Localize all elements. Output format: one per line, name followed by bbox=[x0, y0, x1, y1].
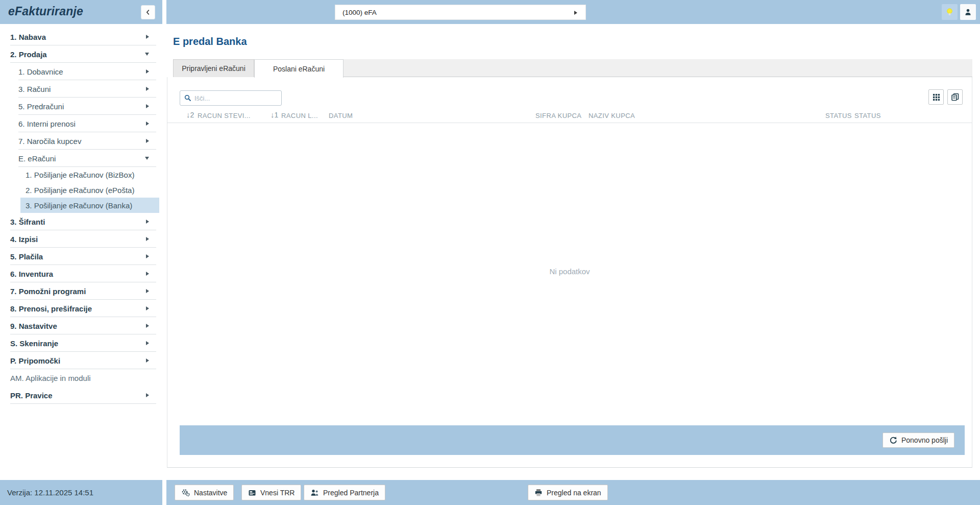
sidebar-item-nastavitve[interactable]: 9. Nastavitve bbox=[0, 317, 162, 334]
sidebar-item-skeniranje[interactable]: S. Skeniranje bbox=[0, 334, 162, 352]
enter-trr-button[interactable]: Vnesi TRR bbox=[241, 485, 301, 500]
sidebar-item-placila[interactable]: 5. Plačila bbox=[0, 248, 162, 265]
user-account-button[interactable] bbox=[960, 4, 976, 20]
tab-strip-lead bbox=[167, 59, 173, 77]
tab-poslani-eracuni[interactable]: Poslani eRačuni bbox=[254, 59, 344, 78]
chevron-right-icon bbox=[146, 341, 149, 345]
sidebar-collapse-button[interactable] bbox=[141, 5, 155, 19]
sidebar-item-pripomocki[interactable]: P. Pripomočki bbox=[0, 352, 162, 369]
sidebar-item-inventura[interactable]: 6. Inventura bbox=[0, 265, 162, 282]
layout-divider bbox=[162, 0, 166, 505]
company-selector-dropdown[interactable]: (1000) eFA bbox=[335, 5, 586, 20]
sidebar-item-aplikacije-moduli[interactable]: AM. Aplikacije in moduli bbox=[0, 369, 162, 387]
sidebar-item-label: 1. Pošiljanje eRačunov (BizBox) bbox=[26, 171, 159, 179]
tab-label: Poslani eRačuni bbox=[273, 65, 325, 73]
sidebar-item-label: 8. Prenosi, prešifracije bbox=[10, 304, 146, 313]
app-logo: eFakturiranje bbox=[8, 5, 83, 18]
export-copy-button[interactable] bbox=[947, 89, 963, 105]
app-window: eFakturiranje (1000) eFA bbox=[0, 0, 980, 505]
column-chooser-button[interactable] bbox=[928, 89, 944, 105]
column-header-naziv-kupca[interactable]: NAZIV KUPCA bbox=[589, 112, 635, 119]
column-header-racun-stevilka[interactable]: RACUN STEVI... bbox=[198, 112, 251, 119]
chevron-right-icon bbox=[146, 87, 149, 91]
sidebar-item-label: 6. Inventura bbox=[10, 270, 146, 278]
column-header-datum[interactable]: DATUM bbox=[329, 112, 353, 119]
sidebar-item-posiljanje-bizbox[interactable]: 1. Pošiljanje eRačunov (BizBox) bbox=[20, 167, 159, 182]
chevron-right-icon bbox=[146, 289, 149, 293]
column-header-sifra-kupca[interactable]: SIFRA KUPCA bbox=[535, 112, 581, 119]
copy-pages-icon bbox=[951, 93, 959, 101]
gears-icon bbox=[181, 488, 190, 497]
sidebar-item-nabava[interactable]: 1. Nabava bbox=[0, 28, 162, 45]
sidebar-item-izpisi[interactable]: 4. Izpisi bbox=[0, 230, 162, 248]
page-title: E predal Banka bbox=[173, 36, 247, 47]
sidebar-item-predracuni[interactable]: 5. Predračuni bbox=[0, 98, 162, 115]
chevron-right-icon bbox=[146, 139, 149, 143]
partner-overview-button-label: Pregled Partnerja bbox=[323, 489, 379, 497]
sidebar-item-label: S. Skeniranje bbox=[10, 339, 146, 348]
column-header-racun-leto[interactable]: RACUN L... bbox=[281, 112, 318, 119]
topbar-main-section: (1000) eFA bbox=[166, 0, 980, 24]
sidebar-item-label: 7. Naročila kupcev bbox=[18, 137, 146, 146]
sidebar-item-label: 7. Pomožni programi bbox=[10, 287, 146, 296]
company-selector-value: (1000) eFA bbox=[342, 9, 377, 16]
sidebar-item-racuni[interactable]: 3. Računi bbox=[0, 80, 162, 98]
grid-empty-message: Ni podatkov bbox=[167, 267, 972, 276]
sidebar-navigation: 1. Nabava 2. Prodaja 1. Dobavnice 3. Rač… bbox=[0, 24, 162, 480]
settings-button[interactable]: Nastavitve bbox=[175, 485, 234, 500]
chevron-right-icon bbox=[146, 104, 149, 108]
resend-button[interactable]: Ponovno pošlji bbox=[883, 432, 954, 448]
sidebar-item-posiljanje-banka[interactable]: 3. Pošiljanje eRačunov (Banka) bbox=[20, 198, 159, 213]
sidebar-item-label: 1. Nabava bbox=[10, 33, 146, 41]
sidebar-item-label: P. Pripomočki bbox=[10, 356, 146, 365]
chevron-left-icon bbox=[144, 9, 152, 16]
sidebar-item-narocila-kupcev[interactable]: 7. Naročila kupcev bbox=[0, 132, 162, 150]
sidebar-item-interni-prenosi[interactable]: 6. Interni prenosi bbox=[0, 115, 162, 132]
sidebar-item-pomozni-programi[interactable]: 7. Pomožni programi bbox=[0, 282, 162, 300]
sidebar-item-label: 5. Predračuni bbox=[18, 102, 146, 111]
grid-toolbar bbox=[928, 89, 963, 105]
search-input[interactable] bbox=[194, 94, 276, 102]
grid-footer-bar: Ponovno pošlji bbox=[180, 425, 965, 455]
sidebar-item-posiljanje-eposta[interactable]: 2. Pošiljanje eRačunov (ePošta) bbox=[20, 182, 159, 198]
sidebar-item-label: 1. Dobavnice bbox=[18, 67, 146, 76]
sidebar-item-prenosi-presifracije[interactable]: 8. Prenosi, prešifracije bbox=[0, 300, 162, 317]
enter-trr-button-label: Vnesi TRR bbox=[260, 489, 295, 497]
sidebar-item-pravice[interactable]: PR. Pravice bbox=[0, 387, 162, 404]
chevron-right-icon bbox=[146, 272, 149, 276]
version-label: Verzija: 12.11.2025 14:51 bbox=[7, 488, 93, 497]
sidebar-item-label: 5. Plačila bbox=[10, 252, 146, 261]
grid-icon bbox=[933, 93, 940, 101]
sidebar-item-label: PR. Pravice bbox=[10, 391, 146, 400]
chevron-down-icon bbox=[145, 53, 149, 56]
sidebar-item-label: 9. Nastavitve bbox=[10, 322, 146, 330]
chevron-right-icon bbox=[146, 306, 149, 310]
chevron-right-icon bbox=[146, 324, 149, 328]
chevron-right-icon bbox=[146, 393, 149, 397]
tab-pripravljeni-eracuni[interactable]: Pripravljeni eRačuni bbox=[173, 59, 254, 77]
sidebar-item-dobavnice[interactable]: 1. Dobavnice bbox=[0, 63, 162, 80]
lightbulb-icon bbox=[945, 8, 954, 16]
screen-preview-button-label: Pregled na ekran bbox=[547, 489, 601, 497]
sidebar-item-label: 6. Interni prenosi bbox=[18, 119, 146, 128]
resend-button-label: Ponovno pošlji bbox=[901, 436, 948, 444]
hint-button[interactable] bbox=[942, 4, 958, 20]
chevron-right-icon bbox=[146, 254, 149, 258]
sidebar-item-eracuni[interactable]: E. eRačuni bbox=[0, 150, 162, 167]
column-header-status-1[interactable]: STATUS bbox=[825, 112, 852, 119]
sidebar-item-prodaja[interactable]: 2. Prodaja bbox=[0, 45, 162, 63]
sidebar-item-sifranti[interactable]: 3. Šifranti bbox=[0, 213, 162, 230]
person-icon bbox=[964, 8, 972, 16]
topbar-sidebar-section: eFakturiranje bbox=[0, 0, 162, 24]
version-bar: Verzija: 12.11.2025 14:51 bbox=[0, 480, 162, 505]
search-icon bbox=[184, 94, 191, 102]
partner-overview-button[interactable]: Pregled Partnerja bbox=[304, 485, 385, 500]
column-header-status-2[interactable]: STATUS bbox=[854, 112, 881, 119]
triangle-right-icon bbox=[574, 11, 577, 15]
chevron-right-icon bbox=[146, 35, 149, 39]
sidebar-item-label: AM. Aplikacije in moduli bbox=[10, 374, 162, 382]
refresh-icon bbox=[889, 436, 897, 444]
screen-preview-button[interactable]: Pregled na ekran bbox=[528, 485, 608, 500]
chevron-down-icon bbox=[145, 157, 149, 160]
card-icon bbox=[248, 489, 256, 497]
